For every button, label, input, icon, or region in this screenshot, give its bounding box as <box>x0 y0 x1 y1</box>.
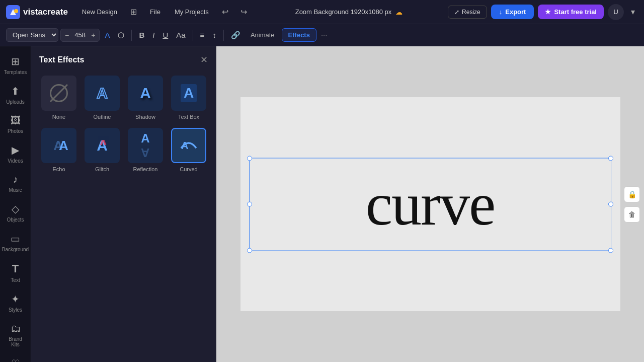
text-icon: T <box>12 262 19 275</box>
panel-close-button[interactable]: ✕ <box>200 54 208 65</box>
handle-top-right[interactable] <box>608 156 613 161</box>
effect-none-label: None <box>52 114 65 120</box>
logo[interactable]: vistacreate <box>6 5 68 19</box>
logo-icon <box>6 5 20 19</box>
more-options-button[interactable]: ··· <box>318 28 330 42</box>
reflection-wrap: A A <box>141 131 149 160</box>
decrease-font-size-button[interactable]: − <box>63 30 71 40</box>
effect-echo-thumb: AA <box>41 128 76 163</box>
color-picker-button[interactable]: ⬡ <box>115 28 127 42</box>
user-avatar[interactable]: U <box>608 4 624 20</box>
brand-kits-icon: 🗂 <box>11 323 21 334</box>
echo-letters: AA <box>53 138 64 154</box>
sidebar-label-background: Background <box>2 247 29 252</box>
effect-outline[interactable]: A Outline <box>83 74 122 122</box>
effect-reflection[interactable]: A A Reflection <box>126 126 165 174</box>
canvas-container[interactable]: curve <box>240 97 620 311</box>
trial-button[interactable]: ★ Start free trial <box>538 5 604 19</box>
effect-glitch-label: Glitch <box>95 166 109 172</box>
sidebar-label-photos: Photos <box>8 128 23 134</box>
sidebar-item-music[interactable]: ♪ Music <box>2 170 29 197</box>
increase-font-size-button[interactable]: + <box>89 30 97 40</box>
canvas-text[interactable]: curve <box>366 170 495 239</box>
effects-button[interactable]: Effects <box>282 28 316 42</box>
sidebar-item-objects[interactable]: ◇ Objects <box>2 199 29 227</box>
sidebar-label-music: Music <box>9 187 22 193</box>
new-design-button[interactable]: New Design <box>78 6 121 18</box>
left-sidebar: ⊞ Templates ⬆ Uploads 🖼 Photos ▶ Videos … <box>0 46 31 362</box>
trial-label: Start free trial <box>554 8 597 16</box>
sidebar-item-styles[interactable]: ✦ Styles <box>2 289 29 317</box>
my-projects-button[interactable]: My Projects <box>171 6 213 18</box>
templates-icon: ⊞ <box>11 55 20 67</box>
sidebar-item-brand-kits[interactable]: 🗂 Brand Kits <box>2 319 29 351</box>
align-button[interactable]: ≡ <box>197 28 208 42</box>
textbox-letter: A <box>181 84 197 102</box>
curved-svg: A <box>176 133 201 158</box>
reflection-letter: A <box>141 131 149 146</box>
export-button[interactable]: ↓ Export <box>491 5 534 19</box>
effect-echo[interactable]: AA Echo <box>39 126 78 174</box>
file-menu-button[interactable]: File <box>146 6 165 18</box>
bold-button[interactable]: B <box>136 28 147 42</box>
toolbar-divider-2 <box>193 30 193 41</box>
resize-button[interactable]: ⤢ Resize <box>448 6 487 19</box>
font-family-select[interactable]: Open Sans <box>6 28 58 42</box>
handle-bottom-left[interactable] <box>247 248 252 253</box>
nav-right-actions: ⤢ Resize ↓ Export ★ Start free trial U ▾ <box>448 4 638 20</box>
grid-icon[interactable]: ⊞ <box>127 5 140 19</box>
delete-button[interactable]: 🗑 <box>624 206 640 223</box>
animate-button[interactable]: Animate <box>246 29 280 41</box>
sidebar-item-photos[interactable]: 🖼 Photos <box>2 111 29 138</box>
effect-textbox[interactable]: A Text Box <box>169 74 208 122</box>
sidebar-item-templates[interactable]: ⊞ Templates <box>2 51 29 79</box>
line-spacing-button[interactable]: ↕ <box>209 28 219 42</box>
sidebar-item-favorites[interactable]: ♡ Favorites <box>2 353 29 362</box>
music-icon: ♪ <box>13 174 18 185</box>
sidebar-label-brand-kits: Brand Kits <box>4 336 27 347</box>
effect-shadow[interactable]: A Shadow <box>126 74 165 122</box>
sidebar-item-background[interactable]: ▭ Background <box>2 229 29 256</box>
account-chevron[interactable]: ▾ <box>628 5 638 19</box>
reflection-mirror: A <box>141 146 149 160</box>
sidebar-item-videos[interactable]: ▶ Videos <box>2 140 29 168</box>
svg-point-2 <box>14 9 18 13</box>
photos-icon: 🖼 <box>11 115 21 126</box>
none-icon <box>50 84 68 102</box>
case-button[interactable]: Aa <box>173 28 188 42</box>
resize-icon: ⤢ <box>454 9 459 16</box>
undo-button[interactable]: ↩ <box>219 5 231 19</box>
effect-curved[interactable]: A Curved <box>169 126 208 174</box>
effect-glitch[interactable]: A Glitch <box>83 126 122 174</box>
effect-none[interactable]: None <box>39 74 78 122</box>
star-icon: ★ <box>545 8 551 16</box>
effect-outline-label: Outline <box>94 114 111 120</box>
sidebar-item-uploads[interactable]: ⬆ Uploads <box>2 81 29 109</box>
handle-bottom-right[interactable] <box>608 248 613 253</box>
sidebar-label-styles: Styles <box>9 307 22 313</box>
redo-button[interactable]: ↪ <box>237 5 250 19</box>
canvas-area[interactable]: curve 🔒 🗑 <box>216 46 644 362</box>
lock-button[interactable]: 🔒 <box>624 186 640 202</box>
sidebar-label-objects: Objects <box>7 217 24 223</box>
videos-icon: ▶ <box>12 144 19 156</box>
effect-reflection-thumb: A A <box>128 128 163 163</box>
font-color-button[interactable]: A <box>102 28 113 42</box>
italic-button[interactable]: I <box>149 28 157 42</box>
font-size-group: − 458 + <box>60 29 100 42</box>
sidebar-label-text: Text <box>11 277 20 283</box>
underline-button[interactable]: U <box>159 28 171 42</box>
handle-middle-right[interactable] <box>608 202 613 207</box>
link-button[interactable]: 🔗 <box>228 28 244 42</box>
effect-none-thumb <box>41 76 76 111</box>
font-size-value: 458 <box>72 31 88 39</box>
handle-top-left[interactable] <box>247 156 252 161</box>
main-area: ⊞ Templates ⬆ Uploads 🖼 Photos ▶ Videos … <box>0 46 644 362</box>
export-label: Export <box>505 8 526 16</box>
sidebar-item-text[interactable]: T Text <box>2 258 29 287</box>
handle-middle-left[interactable] <box>247 202 252 207</box>
svg-text:A: A <box>181 140 188 151</box>
formatting-toolbar: Open Sans − 458 + A ⬡ B I U Aa ≡ ↕ 🔗 Ani… <box>0 24 644 46</box>
effect-outline-thumb: A <box>85 76 120 111</box>
favorites-icon: ♡ <box>11 357 20 362</box>
